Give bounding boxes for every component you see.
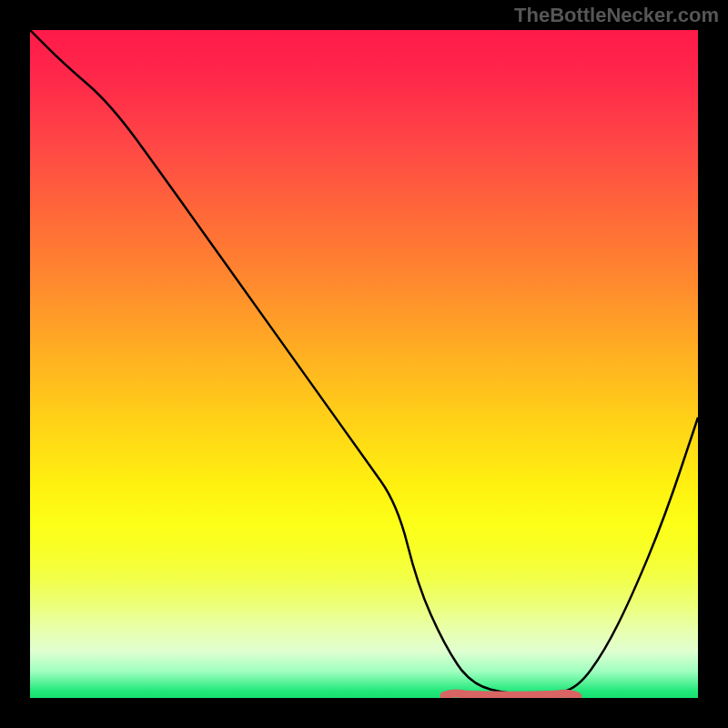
curve-layer (30, 30, 698, 698)
curve-path (30, 30, 698, 694)
bottom-band (444, 693, 578, 696)
plot-area (30, 30, 698, 698)
chart-container: TheBottleNecker.com (0, 0, 728, 728)
attribution-label: TheBottleNecker.com (514, 4, 719, 27)
